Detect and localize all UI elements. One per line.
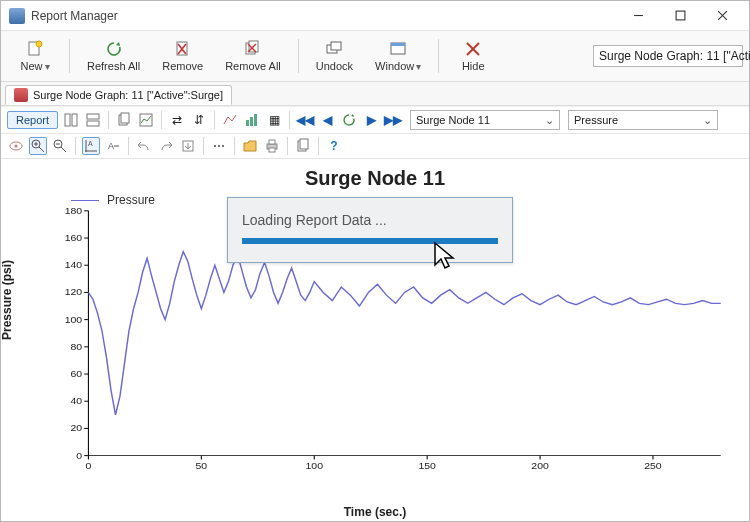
tool-icon[interactable]: ⇄ — [168, 111, 186, 129]
progress-bar — [242, 238, 498, 244]
tool-icon[interactable] — [84, 111, 102, 129]
settings-icon[interactable]: ⋯ — [210, 137, 228, 155]
export-icon[interactable] — [179, 137, 197, 155]
nav-next-icon[interactable]: ▶ — [362, 111, 380, 129]
main-toolbar: New▾ Refresh All Remove Remove All Undoc… — [1, 31, 749, 82]
dropdown-icon: ▾ — [45, 61, 50, 72]
svg-point-30 — [15, 145, 18, 148]
hide-button[interactable]: Hide — [445, 35, 501, 77]
undo-icon[interactable] — [135, 137, 153, 155]
open-icon[interactable] — [241, 137, 259, 155]
svg-text:150: 150 — [418, 461, 436, 472]
app-window: Report Manager New▾ Refresh All Remove — [0, 0, 750, 522]
svg-rect-14 — [331, 42, 341, 50]
loading-dialog: Loading Report Data ... — [227, 197, 513, 263]
chart-style-icon[interactable] — [221, 111, 239, 129]
copy-icon[interactable] — [115, 111, 133, 129]
svg-text:100: 100 — [306, 461, 324, 472]
zoom-in-icon[interactable] — [29, 137, 47, 155]
close-button[interactable] — [701, 2, 743, 30]
zoom-out-icon[interactable] — [51, 137, 69, 155]
remove-all-button[interactable]: Remove All — [214, 35, 292, 77]
report-button[interactable]: Report — [7, 111, 58, 129]
svg-rect-28 — [254, 114, 257, 126]
refresh-icon — [105, 40, 123, 58]
remove-all-label: Remove All — [225, 60, 281, 72]
toolbar-separator — [108, 111, 109, 129]
hide-icon — [464, 40, 482, 58]
node-combo[interactable]: Surge Node 11 ⌄ — [410, 110, 560, 130]
measure-combo[interactable]: Pressure ⌄ — [568, 110, 718, 130]
remove-icon — [174, 40, 192, 58]
svg-rect-1 — [676, 11, 685, 20]
svg-rect-26 — [246, 120, 249, 126]
minimize-button[interactable] — [617, 2, 659, 30]
tool-icon[interactable]: ⇵ — [190, 111, 208, 129]
window-title: Report Manager — [31, 9, 617, 23]
hide-label: Hide — [462, 60, 485, 72]
document-tab-label: Surge Node Graph: 11 ["Active":Surge] — [33, 89, 223, 101]
svg-rect-45 — [269, 140, 275, 144]
copy-chart-icon[interactable] — [137, 111, 155, 129]
redo-icon[interactable] — [157, 137, 175, 155]
tool-icon[interactable] — [62, 111, 80, 129]
svg-text:40: 40 — [70, 395, 82, 406]
toolbar-separator — [298, 39, 299, 73]
new-button[interactable]: New▾ — [7, 35, 63, 77]
dropdown-icon: ⌄ — [545, 114, 554, 127]
nav-first-icon[interactable]: ◀◀ — [296, 111, 314, 129]
document-tab-bar: Surge Node Graph: 11 ["Active":Surge] — [1, 82, 749, 106]
chart-icon — [14, 88, 28, 102]
svg-text:160: 160 — [65, 232, 83, 243]
document-tab[interactable]: Surge Node Graph: 11 ["Active":Surge] — [5, 85, 232, 105]
refresh-all-button[interactable]: Refresh All — [76, 35, 151, 77]
chart-title: Surge Node 11 — [11, 167, 739, 190]
window-button[interactable]: Window▾ — [364, 35, 432, 77]
tool-icon[interactable]: ▦ — [265, 111, 283, 129]
svg-text:A: A — [88, 140, 93, 147]
graph-selector-combo[interactable]: Surge Node Graph: 11 ["Active" ⌄ — [593, 45, 743, 67]
help-icon[interactable]: ? — [325, 137, 343, 155]
undock-button[interactable]: Undock — [305, 35, 364, 77]
label-icon[interactable]: A — [104, 137, 122, 155]
svg-text:200: 200 — [531, 461, 549, 472]
measure-combo-value: Pressure — [574, 114, 697, 126]
svg-rect-21 — [87, 114, 99, 119]
remove-button[interactable]: Remove — [151, 35, 214, 77]
window-icon — [389, 40, 407, 58]
nav-last-icon[interactable]: ▶▶ — [384, 111, 402, 129]
eye-icon[interactable] — [7, 137, 25, 155]
nav-refresh-icon[interactable] — [340, 111, 358, 129]
toolbar-separator — [128, 137, 129, 155]
nav-prev-icon[interactable]: ◀ — [318, 111, 336, 129]
toolbar-separator — [203, 137, 204, 155]
toolbar-separator — [161, 111, 162, 129]
svg-line-32 — [39, 147, 44, 152]
remove-all-icon — [244, 40, 262, 58]
svg-text:20: 20 — [70, 423, 82, 434]
print-icon[interactable] — [263, 137, 281, 155]
svg-rect-24 — [121, 113, 129, 123]
legend-swatch — [71, 200, 99, 201]
maximize-button[interactable] — [659, 2, 701, 30]
svg-rect-20 — [72, 114, 77, 126]
y-axis-label: Pressure (psi) — [1, 260, 14, 340]
app-icon — [9, 8, 25, 24]
titlebar: Report Manager — [1, 1, 749, 31]
svg-text:50: 50 — [196, 461, 208, 472]
toolbar-separator — [75, 137, 76, 155]
svg-text:80: 80 — [70, 341, 82, 352]
toolbar-separator — [69, 39, 70, 73]
svg-point-5 — [36, 41, 42, 47]
chart-style-icon[interactable] — [243, 111, 261, 129]
undock-icon — [325, 40, 343, 58]
copy-icon[interactable] — [294, 137, 312, 155]
x-axis-label: Time (sec.) — [344, 505, 406, 519]
toolbar-separator — [287, 137, 288, 155]
svg-text:60: 60 — [70, 368, 82, 379]
remove-label: Remove — [162, 60, 203, 72]
svg-rect-48 — [300, 139, 308, 149]
axis-icon[interactable]: A — [82, 137, 100, 155]
toolbar-separator — [289, 111, 290, 129]
svg-line-36 — [61, 147, 66, 152]
